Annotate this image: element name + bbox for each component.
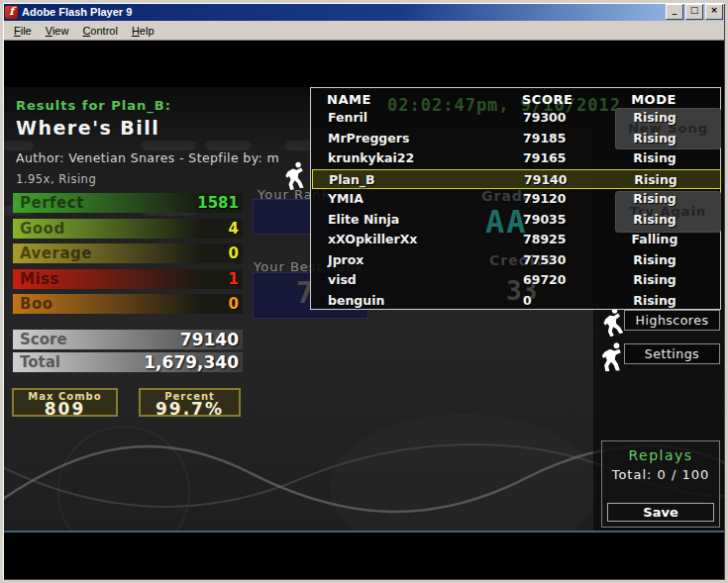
percent-value: 99.7%: [141, 402, 239, 416]
modifier-line: 1.95x, Rising: [16, 172, 96, 186]
minimize-button[interactable]: _: [666, 4, 683, 20]
player-mode: Rising: [609, 150, 700, 165]
score-label: Score: [20, 331, 67, 348]
stat-label: Miss: [20, 270, 59, 288]
stat-perfect: Perfect1581: [13, 193, 243, 213]
highscore-row: YMIA79120Rising: [312, 189, 719, 209]
player-score: 69720: [523, 272, 567, 287]
player-name: visd: [328, 272, 357, 287]
menu-control[interactable]: Control: [75, 23, 124, 39]
player-name: krunkykai22: [328, 150, 414, 165]
window-controls: _□×: [664, 4, 723, 20]
stat-value: 1: [229, 270, 239, 288]
menu-file[interactable]: File: [7, 23, 39, 39]
player-score: 79165: [523, 150, 567, 165]
player-score: 79185: [523, 131, 567, 146]
title-bar[interactable]: f Adobe Flash Player 9 _□×: [3, 3, 725, 21]
menu-help[interactable]: Help: [125, 23, 161, 39]
stat-average: Average0: [13, 243, 243, 263]
menu-view[interactable]: View: [39, 23, 76, 39]
song-title: Where's Bill: [16, 117, 159, 139]
stat-label: Perfect: [20, 194, 84, 212]
deco-stripe: [141, 141, 196, 150]
flash-player-window: f Adobe Flash Player 9 _□× FileViewContr…: [0, 0, 728, 583]
dancer-icon: [593, 339, 628, 373]
player-score: 0: [523, 293, 532, 308]
highscore-row: benguin0Rising: [312, 291, 719, 311]
player-score: 79120: [523, 191, 567, 206]
player-score: 79300: [523, 110, 567, 125]
player-mode: Rising: [609, 252, 700, 267]
player-mode: Rising: [609, 110, 700, 125]
game-screen: Results for Plan_B: Where's Bill Author:…: [3, 87, 725, 531]
stat-value: 4: [229, 220, 239, 238]
highscore-row: Elite Ninja79035Rising: [312, 210, 719, 230]
stat-label: Average: [20, 244, 92, 262]
replays-total: Total: 0 / 100: [602, 467, 719, 482]
window-title: Adobe Flash Player 9: [22, 6, 660, 18]
total-bar: Total 1,679,340: [13, 352, 243, 372]
deco-stripe: [3, 141, 34, 150]
replays-title: Replays: [602, 447, 719, 463]
player-name: MrPreggers: [328, 131, 409, 146]
player-mode: Rising: [609, 131, 700, 146]
highscores-overlay: 02:02:47pm, 9/10/2012 New Song Try Again…: [310, 87, 721, 310]
replays-panel: Replays Total: 0 / 100 Save: [601, 440, 720, 528]
player-score: 78925: [523, 232, 567, 246]
stat-value: 1581: [197, 194, 239, 212]
flash-stage: Results for Plan_B: Where's Bill Author:…: [3, 42, 725, 580]
stat-label: Boo: [20, 295, 53, 313]
highscore-row: krunkykai2279165Rising: [312, 148, 719, 168]
player-name: YMIA: [328, 191, 364, 206]
player-name: Jprox: [328, 252, 364, 267]
player-mode: Rising: [609, 293, 700, 308]
player-name: xXOpkillerXx: [328, 232, 417, 246]
deco-stripe: [205, 141, 252, 150]
maximize-button[interactable]: □: [685, 4, 703, 20]
max-combo-value: 809: [14, 402, 116, 416]
settings-button[interactable]: Settings: [624, 343, 720, 364]
stat-miss: Miss1: [13, 269, 243, 289]
highscore-row: Fenril79300Rising: [312, 108, 719, 128]
flash-icon: f: [5, 6, 18, 19]
player-mode: Rising: [609, 212, 700, 227]
highscore-row: xXOpkillerXx78925Falling: [312, 230, 719, 249]
total-label: Total: [20, 353, 60, 371]
dancer-icon: [279, 160, 309, 190]
player-score: 79140: [524, 172, 568, 187]
stat-value: 0: [229, 295, 239, 313]
column-header-mode: MODE: [608, 92, 699, 107]
player-name: Plan_B: [329, 172, 375, 187]
highscores-button[interactable]: Highscores: [624, 310, 720, 331]
score-bar: Score 79140: [13, 330, 243, 349]
save-button[interactable]: Save: [607, 503, 714, 522]
highscore-row: Plan_B79140Rising: [312, 169, 721, 189]
highscores-list: Fenril79300RisingMrPreggers79185Risingkr…: [311, 108, 720, 311]
score-value: 79140: [180, 330, 239, 349]
player-name: benguin: [328, 293, 384, 308]
menu-bar: FileViewControlHelp: [3, 21, 725, 41]
results-header: Results for Plan_B:: [16, 98, 171, 113]
player-name: Elite Ninja: [328, 212, 399, 227]
highscore-row: Jprox77530Rising: [312, 250, 719, 270]
stat-good: Good4: [13, 219, 243, 239]
percent-box: Percent 99.7%: [139, 388, 241, 417]
player-mode: Falling: [609, 232, 700, 246]
player-score: 77530: [523, 252, 567, 267]
player-mode: Rising: [609, 191, 700, 206]
highscore-row: MrPreggers79185Rising: [312, 129, 719, 148]
highscore-row: visd69720Rising: [312, 270, 719, 290]
column-header-name: NAME: [327, 92, 371, 107]
player-mode: Rising: [610, 172, 701, 187]
player-name: Fenril: [328, 110, 367, 125]
close-button[interactable]: ×: [705, 4, 723, 20]
author-line: Author: Venetian Snares - Stepfile by: m: [16, 150, 309, 165]
column-header-score: SCORE: [522, 92, 572, 107]
divider-line: [3, 531, 725, 533]
max-combo-box: Max Combo 809: [12, 388, 118, 417]
player-score: 79035: [523, 212, 567, 227]
stat-boo: Boo0: [13, 294, 243, 314]
stat-label: Good: [20, 220, 65, 238]
stat-value: 0: [229, 244, 239, 262]
player-mode: Rising: [609, 272, 700, 287]
